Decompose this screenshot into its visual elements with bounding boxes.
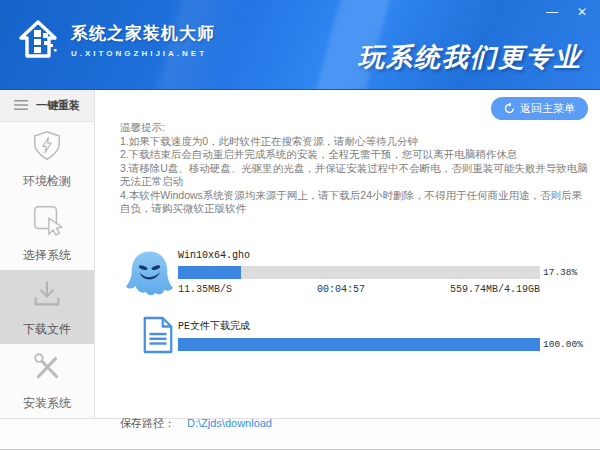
save-path-label: 保存路径：	[120, 416, 175, 431]
sidebar-item-label: 一键重装	[36, 98, 80, 113]
progress-bar-gho	[178, 266, 540, 279]
house-logo-icon	[16, 16, 62, 64]
body: 一键重装 环境检测 选择系统	[0, 90, 600, 418]
sidebar-item-install-system[interactable]: 安装系统	[0, 344, 94, 418]
download-info: PE文件下载完成 100.00%	[178, 316, 550, 354]
progress-row: 100.00%	[178, 338, 550, 351]
progress-percent: 17.38%	[543, 267, 577, 278]
sidebar: 一键重装 环境检测 选择系统	[0, 90, 95, 418]
progress-row: 17.38%	[178, 266, 550, 279]
app-logo: 系统之家装机大师 U.XITONGZHIJIA.NET	[16, 16, 215, 64]
tips-line: 1.如果下载速度为0，此时软件正在搜索资源，请耐心等待几分钟	[120, 135, 588, 149]
sidebar-item-label: 安装系统	[23, 395, 71, 412]
return-arrow-icon	[504, 102, 515, 115]
download-stats: 11.35MB/S 00:04:57 559.74MB/4.19GB	[178, 284, 540, 295]
tips-title: 温馨提示:	[120, 121, 588, 135]
document-icon	[120, 316, 178, 354]
app-subtitle: U.XITONGZHIJIA.NET	[71, 49, 215, 58]
progress-bar-pe	[178, 338, 540, 351]
header: 系统之家装机大师 U.XITONGZHIJIA.NET 玩系统我们更专业 — ✕	[0, 0, 600, 90]
return-button-label: 返回主菜单	[520, 101, 575, 116]
tips-line: 4.本软件Windows系统资源均来源于网上，请下载后24小时删除，不得用于任何…	[120, 189, 588, 216]
download-size: 559.74MB/4.19GB	[450, 284, 540, 295]
ghost-mascot-icon	[120, 247, 178, 305]
sidebar-item-label: 选择系统	[23, 247, 71, 264]
download-time-remaining: 00:04:57	[317, 284, 365, 295]
app-title: 系统之家装机大师	[71, 22, 215, 45]
progress-fill	[178, 338, 540, 351]
download-speed: 11.35MB/S	[178, 284, 232, 295]
download-icon	[30, 277, 64, 314]
close-button[interactable]: ✕	[574, 4, 590, 20]
tips-block: 温馨提示: 1.如果下载速度为0，此时软件正在搜索资源，请耐心等待几分钟 2.下…	[120, 121, 588, 216]
cursor-icon	[30, 203, 64, 240]
save-path-row: 保存路径： D:\Zjds\download	[120, 416, 588, 431]
sidebar-item-env-check[interactable]: 环境检测	[0, 122, 94, 196]
logo-text: 系统之家装机大师 U.XITONGZHIJIA.NET	[71, 22, 215, 58]
tips-line: 2.下载结束后会自动重启并完成系统的安装，全程无需干预，您可以离开电脑稍作休息	[120, 148, 588, 162]
tips-line: 3.请移除U盘、移动硬盘、光驱里的光盘，并保证安装过程中不会断电，否则重装可能失…	[120, 162, 588, 189]
tools-icon	[30, 351, 64, 388]
download-filename: Win10x64.gho	[178, 250, 550, 261]
sidebar-item-onekey-reinstall[interactable]: 一键重装	[0, 90, 94, 122]
window-controls: — ✕	[544, 4, 590, 20]
app-window: 系统之家装机大师 U.XITONGZHIJIA.NET 玩系统我们更专业 — ✕	[0, 0, 600, 450]
progress-fill	[178, 266, 241, 279]
sidebar-item-label: 下载文件	[23, 321, 71, 338]
download-item-pe: PE文件下载完成 100.00%	[120, 316, 588, 354]
menu-icon	[14, 99, 29, 113]
progress-percent: 100.00%	[543, 339, 583, 350]
sidebar-item-select-system[interactable]: 选择系统	[0, 196, 94, 270]
sidebar-item-label: 环境检测	[23, 173, 71, 190]
return-main-menu-button[interactable]: 返回主菜单	[491, 97, 588, 120]
sidebar-item-download-files[interactable]: 下载文件	[0, 270, 94, 344]
save-path-link[interactable]: D:\Zjds\download	[187, 417, 272, 429]
minimize-button[interactable]: —	[544, 4, 560, 20]
download-item-gho: Win10x64.gho 17.38% 11.35MB/S 00:04:57 5…	[120, 247, 588, 305]
download-info: Win10x64.gho 17.38% 11.35MB/S 00:04:57 5…	[178, 247, 550, 305]
pe-status-label: PE文件下载完成	[178, 319, 550, 333]
header-slogan: 玩系统我们更专业	[358, 40, 582, 75]
shield-icon	[30, 129, 64, 166]
content-panel: 返回主菜单 温馨提示: 1.如果下载速度为0，此时软件正在搜索资源，请耐心等待几…	[95, 90, 600, 418]
